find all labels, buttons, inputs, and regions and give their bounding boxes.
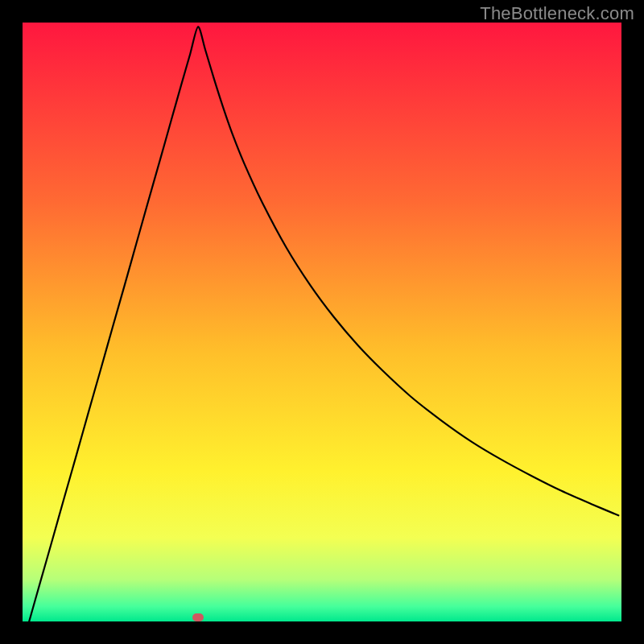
watermark-text: TheBottleneck.com [480, 3, 634, 24]
chart-frame [23, 23, 621, 621]
optimum-marker [192, 613, 204, 621]
gradient-background [23, 23, 621, 621]
svg-rect-0 [23, 23, 621, 621]
